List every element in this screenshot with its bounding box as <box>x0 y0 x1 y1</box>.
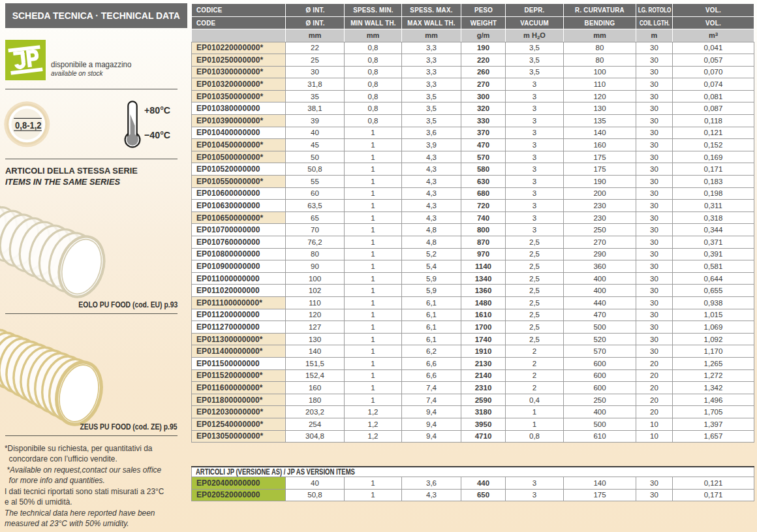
svg-text:0,8-1,2: 0,8-1,2 <box>15 119 42 131</box>
